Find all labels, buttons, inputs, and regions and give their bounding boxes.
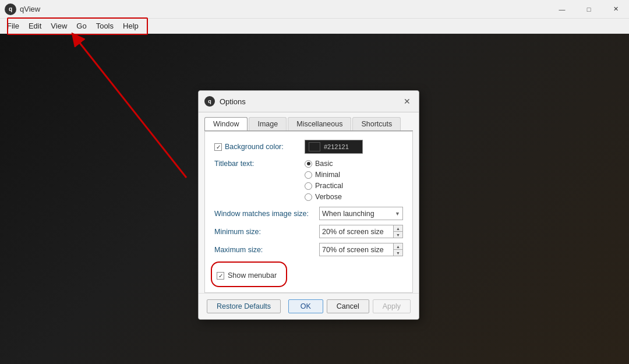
titlebar-text-label: Titlebar text: — [214, 160, 305, 168]
dialog-content: ✓ Background color: #212121 Titlebar tex… — [204, 131, 413, 293]
menu-help[interactable]: Help — [118, 20, 143, 32]
radio-practical-label: Practical — [315, 182, 343, 190]
max-size-spinbox[interactable]: 70% of screen size ▲ ▼ — [319, 243, 403, 256]
show-menubar-row: ✓ Show menubar — [214, 269, 282, 282]
app-icon: q — [5, 3, 16, 15]
min-size-row: Minimum size: 20% of screen size ▲ ▼ — [214, 225, 403, 238]
max-size-label: Maximum size: — [214, 246, 319, 254]
show-menubar-checkbox[interactable]: ✓ — [217, 272, 224, 280]
titlebar-text-row: Titlebar text: Basic Minimal Practical V… — [214, 160, 403, 201]
bg-color-swatch[interactable]: #212121 — [305, 140, 363, 154]
color-value: #212121 — [324, 143, 349, 150]
spinbox-down[interactable]: ▼ — [394, 232, 402, 238]
dialog-tabs: Window Image Miscellaneous Shortcuts — [199, 112, 419, 130]
dialog-title: Options — [220, 97, 401, 106]
spinbox-buttons-max: ▲ ▼ — [393, 243, 402, 256]
title-bar: q qView — □ ✕ — [0, 0, 629, 19]
dialog-close-button[interactable]: ✕ — [401, 96, 413, 107]
radio-minimal-row: Minimal — [305, 171, 343, 179]
tab-miscellaneous[interactable]: Miscellaneous — [288, 117, 351, 130]
min-size-spinbox[interactable]: 20% of screen size ▲ ▼ — [319, 225, 403, 238]
window-size-row: Window matches image size: When launchin… — [214, 207, 403, 220]
ok-button[interactable]: OK — [288, 299, 323, 313]
window-controls: — □ ✕ — [549, 0, 629, 18]
menu-tools[interactable]: Tools — [91, 20, 118, 32]
cancel-button[interactable]: Cancel — [327, 299, 369, 313]
tab-image[interactable]: Image — [249, 117, 287, 130]
spinbox-max-down[interactable]: ▼ — [394, 250, 402, 256]
window-size-label: Window matches image size: — [214, 210, 319, 218]
radio-minimal[interactable] — [305, 171, 312, 179]
apply-button[interactable]: Apply — [373, 299, 411, 313]
spinbox-buttons: ▲ ▼ — [393, 225, 402, 238]
restore-defaults-button[interactable]: Restore Defaults — [207, 299, 281, 313]
bg-color-label: Background color: — [225, 143, 284, 151]
spinbox-max-up[interactable]: ▲ — [394, 243, 402, 250]
dialog-footer: Restore Defaults OK Cancel Apply — [199, 293, 419, 319]
options-dialog: q Options ✕ Window Image Miscellaneous S… — [198, 90, 419, 320]
dialog-icon: q — [204, 96, 215, 107]
radio-basic-label: Basic — [315, 160, 333, 168]
titlebar-radio-group: Basic Minimal Practical Verbose — [305, 160, 343, 201]
radio-verbose-label: Verbose — [315, 193, 342, 201]
radio-verbose-row: Verbose — [305, 193, 343, 201]
menu-go[interactable]: Go — [72, 20, 91, 32]
spinbox-up[interactable]: ▲ — [394, 225, 402, 232]
max-size-row: Maximum size: 70% of screen size ▲ ▼ — [214, 243, 403, 256]
radio-basic-row: Basic — [305, 160, 343, 168]
menu-edit[interactable]: Edit — [24, 20, 46, 32]
menu-bar: File Edit View Go Tools Help — [0, 19, 629, 34]
bg-color-row: ✓ Background color: #212121 — [214, 140, 403, 154]
radio-basic[interactable] — [305, 160, 312, 168]
radio-practical[interactable] — [305, 182, 312, 190]
maximize-button[interactable]: □ — [575, 0, 602, 19]
close-button[interactable]: ✕ — [602, 0, 629, 19]
window-size-dropdown[interactable]: When launching ▼ — [319, 207, 403, 220]
min-size-label: Minimum size: — [214, 228, 319, 236]
color-preview — [309, 142, 320, 151]
radio-practical-row: Practical — [305, 182, 343, 190]
dialog-title-bar: q Options ✕ — [199, 91, 419, 112]
tab-window[interactable]: Window — [204, 117, 248, 130]
app-title: qView — [20, 5, 549, 13]
dropdown-arrow-icon: ▼ — [395, 211, 400, 217]
radio-verbose[interactable] — [305, 193, 312, 201]
minimize-button[interactable]: — — [549, 0, 575, 19]
radio-minimal-label: Minimal — [315, 171, 340, 179]
show-menubar-label: Show menubar — [228, 271, 277, 280]
bg-color-checkbox[interactable]: ✓ — [214, 143, 222, 151]
tab-shortcuts[interactable]: Shortcuts — [352, 117, 401, 130]
menu-view[interactable]: View — [46, 20, 72, 32]
menu-file[interactable]: File — [2, 20, 24, 32]
